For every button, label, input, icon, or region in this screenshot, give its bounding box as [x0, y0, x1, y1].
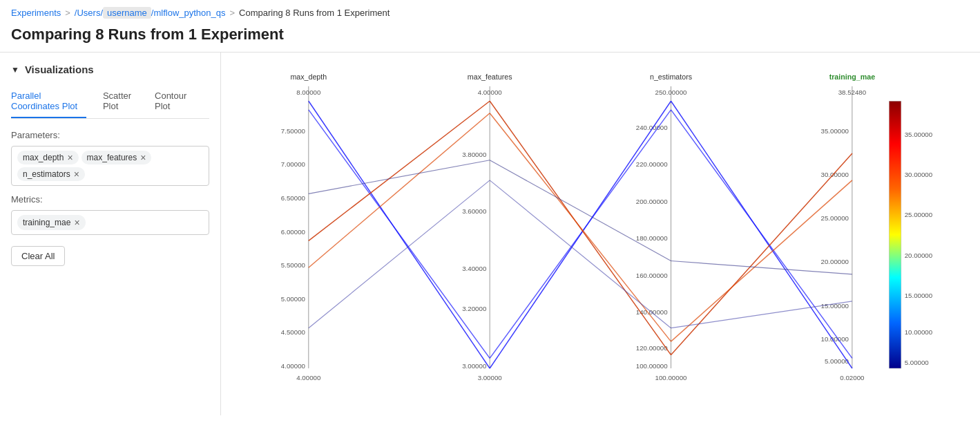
colorbar-label-5: 5.00000 [905, 359, 930, 366]
tag-training-mae-remove[interactable]: × [74, 218, 79, 227]
data-line-red-1 [309, 101, 490, 240]
axis-top-max-features: 4.00000 [478, 88, 503, 96]
tag-max-depth: max_depth × [17, 151, 79, 164]
caret-icon: ▼ [11, 65, 19, 75]
colorbar-label-20: 20.00000 [905, 252, 933, 259]
tag-training-mae-label: training_mae [23, 218, 70, 227]
chart-panel: max_depth max_features n_estimators trai… [221, 53, 980, 415]
parallel-coordinates-chart: max_depth max_features n_estimators trai… [221, 59, 980, 415]
colorbar [889, 101, 901, 368]
ax-mf-360: 3.60000 [462, 207, 487, 215]
tag-n-estimators-label: n_estimators [23, 169, 70, 179]
ax-mf-340: 3.40000 [462, 265, 487, 272]
bottom-label-mf: 3.00000 [478, 374, 503, 381]
breadcrumb-mlflow[interactable]: /mlflow_python_qs [151, 8, 226, 18]
axis-label-training-mae: training_mae [829, 73, 875, 81]
parameters-tags: max_depth × max_features × n_estimators … [11, 146, 209, 186]
tag-max-features: max_features × [81, 151, 152, 164]
ax-ne-220: 220.00000 [636, 160, 668, 168]
ax-tm-25: 25.00000 [821, 214, 849, 222]
colorbar-label-25: 25.00000 [905, 211, 933, 218]
tag-max-features-remove[interactable]: × [140, 153, 146, 162]
metrics-tags: training_mae × [11, 210, 209, 235]
breadcrumb-sep3: > [230, 8, 236, 18]
ax-md-400: 4.00000 [281, 362, 306, 370]
axis-top-training-mae: 38.52480 [838, 88, 867, 96]
data-line-4c [671, 301, 852, 328]
ax-mf-380: 3.80000 [462, 151, 487, 158]
data-line-blue-2c [671, 110, 852, 359]
ax-ne-120: 120.00000 [636, 344, 668, 352]
axis-top-n-estimators: 250.00000 [655, 88, 687, 96]
ax-md-650: 6.50000 [281, 194, 306, 202]
bottom-label-md: 4.00000 [296, 374, 321, 381]
ax-md-700: 7.00000 [281, 160, 306, 168]
tab-contour[interactable]: Contour Plot [155, 85, 193, 118]
visualizations-header[interactable]: ▼ Visualizations [11, 64, 209, 75]
visualizations-label: Visualizations [25, 64, 94, 75]
ax-tm-35: 35.00000 [821, 127, 849, 135]
data-line-red-2 [309, 113, 490, 267]
ax-md-450: 4.50000 [281, 328, 306, 336]
ax-md-600: 6.00000 [281, 228, 306, 236]
ax-md-500: 5.00000 [281, 295, 306, 303]
ax-ne-180: 180.00000 [636, 234, 668, 242]
tag-n-estimators: n_estimators × [17, 167, 85, 181]
tab-scatter[interactable]: Scatter Plot [103, 85, 138, 118]
ax-mf-320: 3.20000 [462, 305, 487, 312]
data-line-3b [490, 160, 671, 261]
ax-md-550: 5.50000 [281, 261, 306, 269]
breadcrumb-username[interactable]: username [103, 7, 151, 19]
data-line-blue-2 [309, 110, 490, 359]
tag-n-estimators-remove[interactable]: × [74, 169, 79, 179]
ax-ne-200: 200.00000 [636, 198, 668, 205]
ax-mf-300: 3.00000 [462, 362, 487, 370]
breadcrumb-current: Comparing 8 Runs from 1 Experiment [239, 8, 390, 18]
metrics-label: Metrics: [11, 194, 209, 205]
ax-tm-20: 20.00000 [821, 258, 849, 265]
parameters-label: Parameters: [11, 130, 209, 140]
clear-all-button[interactable]: Clear All [11, 246, 65, 266]
bottom-label-tm: 0.02000 [840, 374, 865, 381]
colorbar-label-15: 15.00000 [905, 292, 933, 299]
tag-max-depth-label: max_depth [23, 153, 64, 162]
ax-md-750: 7.50000 [281, 127, 306, 135]
breadcrumb-sep1: > [65, 8, 70, 18]
tag-max-features-label: max_features [87, 153, 137, 162]
axis-label-max-features: max_features [468, 73, 512, 81]
ax-ne-240: 240.00000 [636, 124, 668, 131]
data-line-red-1c [671, 153, 852, 355]
breadcrumb-experiments[interactable]: Experiments [11, 8, 61, 18]
colorbar-label-30: 30.00000 [905, 171, 933, 178]
ax-ne-160: 160.00000 [636, 272, 668, 279]
tabs-container: Parallel Coordinates Plot Scatter Plot C… [11, 85, 209, 119]
tab-parallel[interactable]: Parallel Coordinates Plot [11, 85, 86, 118]
breadcrumb-users[interactable]: /Users/ [75, 8, 103, 18]
axis-label-n-estimators: n_estimators [650, 73, 692, 81]
colorbar-label-35: 35.00000 [905, 131, 933, 138]
tag-training-mae: training_mae × [17, 215, 86, 230]
breadcrumb: Experiments > /Users/ username /mlflow_p… [0, 0, 980, 23]
ax-tm-10: 10.00000 [821, 335, 849, 343]
page-title: Comparing 8 Runs from 1 Experiment [0, 23, 980, 53]
ax-ne-100: 100.00000 [636, 362, 668, 370]
left-panel: ▼ Visualizations Parallel Coordinates Pl… [0, 53, 221, 415]
data-line-3 [309, 160, 490, 194]
colorbar-label-10: 10.00000 [905, 328, 933, 336]
bottom-label-ne: 100.00000 [655, 374, 687, 381]
axis-label-max-depth: max_depth [290, 73, 327, 81]
axis-top-max-depth: 8.00000 [296, 88, 321, 96]
tag-max-depth-remove[interactable]: × [67, 153, 73, 162]
